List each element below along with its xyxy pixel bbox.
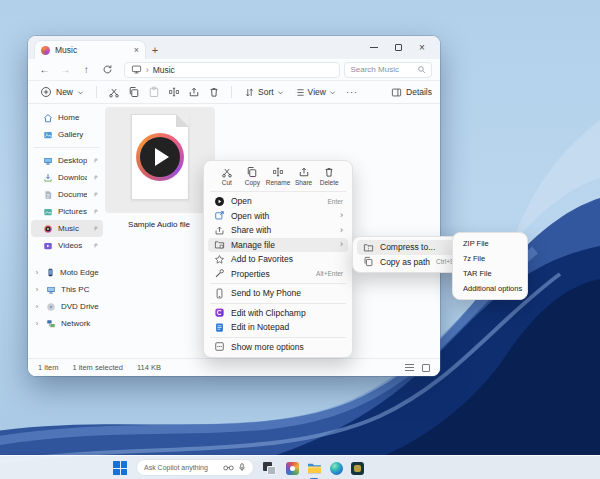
details-pane-icon	[391, 87, 402, 98]
menu-item-send-to-my-phone[interactable]: Send to My Phone	[208, 286, 348, 301]
paste-button[interactable]	[145, 84, 163, 101]
wrench-icon	[214, 268, 225, 279]
submenu-item-label: 7z File	[463, 254, 517, 263]
minimize-button[interactable]	[362, 36, 386, 59]
menu-item-manage-file[interactable]: Manage file ›	[208, 238, 348, 253]
file-explorer-icon	[307, 462, 322, 475]
expand-chevron-icon[interactable]: ›	[33, 303, 41, 310]
pinned-app-button[interactable]	[349, 460, 365, 476]
breadcrumb[interactable]: Music	[153, 65, 175, 75]
address-bar[interactable]: › Music	[124, 62, 341, 78]
sort-button[interactable]: Sort	[240, 87, 288, 98]
delete-button[interactable]	[205, 84, 223, 101]
cut-quick-button[interactable]: Cut	[214, 166, 240, 186]
sidebar-item-phone[interactable]: › Moto Edge 50 Neo	[31, 264, 103, 281]
more-options-button[interactable]: ···	[342, 87, 362, 97]
rename-button[interactable]	[165, 84, 183, 101]
sidebar-item-label: Desktop	[58, 156, 87, 165]
taskbar-search-box[interactable]: Ask Copilot anything	[136, 459, 254, 476]
menu-item-open[interactable]: Open Enter	[208, 194, 348, 209]
submenu-arrow-icon: ›	[340, 211, 343, 220]
submenu-item-7z-file[interactable]: 7z File	[457, 251, 523, 266]
up-button[interactable]: ↑	[78, 62, 95, 78]
menu-item-show-more-options[interactable]: Show more options	[208, 340, 348, 355]
rename-quick-button[interactable]: Rename	[265, 166, 291, 186]
submenu-item-copy-as-path[interactable]: Copy as path Ctrl+Shift+C	[357, 255, 463, 270]
sidebar-item-videos[interactable]: Videos	[31, 237, 103, 254]
task-view-icon	[267, 466, 276, 475]
sidebar-item-downloads[interactable]: Downloads	[31, 169, 103, 186]
sidebar-item-label: DVD Drive (D:) CCC	[61, 302, 99, 311]
menu-separator	[210, 303, 346, 304]
sidebar-item-label: Pictures	[58, 207, 87, 216]
sidebar-item-gallery[interactable]: Gallery	[31, 126, 103, 143]
photos-app-button[interactable]	[284, 460, 300, 476]
windows-logo-icon	[113, 461, 120, 468]
sidebar-item-documents[interactable]: Documents	[31, 186, 103, 203]
toolbar-divider	[231, 86, 232, 98]
details-toggle[interactable]: Details	[391, 87, 432, 98]
file-explorer-button[interactable]	[306, 460, 322, 476]
copy-quick-button[interactable]: Copy	[240, 166, 266, 186]
task-view-button[interactable]	[261, 460, 277, 476]
start-button[interactable]	[113, 461, 127, 475]
cut-button[interactable]	[105, 84, 123, 101]
edge-browser-button[interactable]	[328, 460, 344, 476]
menu-item-open-with[interactable]: Open with ›	[208, 209, 348, 224]
sidebar-item-label: Music	[58, 224, 87, 233]
sidebar-item-this-pc[interactable]: › This PC	[31, 281, 103, 298]
pin-icon	[92, 191, 99, 198]
quick-action-label: Delete	[320, 179, 339, 186]
windows-logo-icon	[113, 469, 120, 476]
menu-item-properties[interactable]: Properties Alt+Enter	[208, 267, 348, 282]
sort-label: Sort	[258, 87, 274, 97]
menu-item-edit-with-clipchamp[interactable]: Edit with Clipchamp	[208, 306, 348, 321]
submenu-item-additional-options[interactable]: Additional options	[457, 281, 523, 296]
sidebar-item-desktop[interactable]: Desktop	[31, 152, 103, 169]
large-icons-view-toggle-icon[interactable]	[422, 364, 430, 372]
network-icon	[46, 319, 56, 329]
search-box[interactable]: Search Music	[344, 62, 432, 78]
submenu-item-tar-file[interactable]: TAR File	[457, 266, 523, 281]
back-button[interactable]: ←	[36, 62, 53, 78]
open-with-icon	[214, 210, 225, 221]
manage-file-icon	[214, 239, 225, 250]
tab-music[interactable]: Music ×	[34, 40, 146, 59]
sidebar-item-label: Documents	[58, 190, 87, 199]
new-tab-button[interactable]: +	[146, 41, 164, 59]
maximize-button[interactable]	[386, 36, 410, 59]
sidebar-item-dvd-drive[interactable]: › DVD Drive (D:) CCC	[31, 298, 103, 315]
forward-button[interactable]: →	[57, 62, 74, 78]
phone-icon	[46, 268, 55, 277]
expand-chevron-icon[interactable]: ›	[33, 320, 41, 327]
refresh-button[interactable]	[99, 62, 116, 78]
sidebar-item-music[interactable]: Music	[31, 220, 103, 237]
sidebar-item-home[interactable]: Home	[31, 109, 103, 126]
taskbar: Ask Copilot anything	[0, 455, 600, 479]
clipchamp-icon	[214, 307, 225, 318]
microphone-icon[interactable]	[238, 463, 246, 472]
share-quick-button[interactable]: Share	[291, 166, 317, 186]
file-tile-selected[interactable]: Sample Audio file	[105, 107, 215, 213]
copy-button[interactable]	[125, 84, 143, 101]
menu-item-add-to-favorites[interactable]: Add to Favorites	[208, 252, 348, 267]
delete-quick-button[interactable]: Delete	[316, 166, 342, 186]
submenu-item-compress-to[interactable]: Compress to... ›	[357, 240, 463, 255]
share-button[interactable]	[185, 84, 203, 101]
this-pc-icon	[46, 285, 56, 295]
sidebar-item-network[interactable]: › Network	[31, 315, 103, 332]
view-button[interactable]: View	[290, 87, 340, 98]
submenu-item-zip-file[interactable]: ZIP File	[457, 236, 523, 251]
menu-item-label: Send to My Phone	[231, 288, 343, 298]
selection-size: 114 KB	[137, 363, 161, 372]
quick-action-label: Cut	[222, 179, 232, 186]
details-view-toggle-icon[interactable]	[405, 364, 414, 371]
sidebar-item-pictures[interactable]: Pictures	[31, 203, 103, 220]
new-button[interactable]: New	[36, 86, 88, 98]
expand-chevron-icon[interactable]: ›	[33, 269, 41, 276]
expand-chevron-icon[interactable]: ›	[33, 286, 41, 293]
tab-close-icon[interactable]: ×	[134, 46, 139, 55]
close-button[interactable]: ×	[410, 36, 434, 59]
menu-item-edit-in-notepad[interactable]: Edit in Notepad	[208, 320, 348, 335]
menu-item-share-with[interactable]: Share with ›	[208, 223, 348, 238]
